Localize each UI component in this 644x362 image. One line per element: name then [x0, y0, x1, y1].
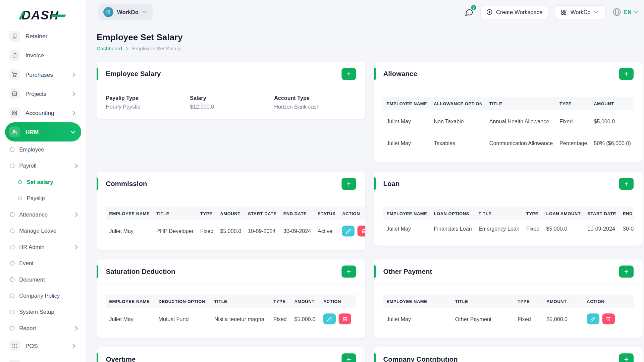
- circle-icon: [18, 180, 22, 184]
- add-commission-button[interactable]: [341, 178, 356, 190]
- cell-option: Taxables: [430, 132, 486, 154]
- column-header: Type: [514, 295, 543, 308]
- sidebar-item-pos[interactable]: POS: [5, 336, 81, 355]
- language-selector[interactable]: EN: [612, 7, 640, 16]
- cell-amount: $5,000.0: [591, 110, 634, 132]
- delete-button[interactable]: [602, 313, 614, 324]
- add-overtime-button[interactable]: [341, 353, 356, 362]
- column-header: Type: [197, 207, 217, 220]
- cell-employee: Juliet May: [106, 308, 155, 330]
- circle-icon: [10, 261, 15, 266]
- sidebar-item-label: Attendance: [19, 212, 48, 218]
- sidebar-item-manage-leave[interactable]: Manage Leave: [5, 223, 81, 239]
- card-title: Commission: [106, 180, 147, 188]
- sidebar-item-system-setup[interactable]: System Setup: [5, 304, 81, 320]
- sidebar-item-attendance[interactable]: Attendance: [5, 206, 81, 223]
- sidebar-item-accounting[interactable]: Accounting: [5, 103, 81, 122]
- chevron-down-icon: [142, 11, 146, 13]
- add-salary-button[interactable]: [341, 68, 356, 80]
- company-contribution-card: Company Contribution: [374, 347, 643, 362]
- sidebar-item-payslip[interactable]: Payslip: [5, 190, 81, 206]
- column-header: End Date: [620, 207, 634, 220]
- sidebar-item-label: HR Admin: [19, 244, 44, 250]
- column-header: Employee Name: [383, 97, 431, 110]
- sidebar-item-hr-admin[interactable]: HR Admin: [5, 239, 81, 255]
- cell-employee: Juliet May: [383, 220, 431, 237]
- edit-button[interactable]: [587, 313, 599, 324]
- circle-icon: [10, 277, 15, 282]
- field-value: Hourly Payslip: [106, 104, 190, 110]
- delete-button[interactable]: [339, 313, 351, 324]
- globe-icon: [612, 7, 622, 16]
- employee-salary-card: Employee Salary Payslip Type Hourly Pays…: [97, 62, 365, 119]
- sidebar-item-payroll[interactable]: Payroll: [5, 158, 81, 174]
- card-title: Other Payment: [383, 267, 432, 276]
- field-value: $12,000.0: [190, 104, 274, 110]
- chevron-right-icon: [72, 111, 75, 115]
- column-header: Allowance Option: [430, 97, 486, 110]
- edit-button[interactable]: [323, 313, 336, 324]
- sidebar-item-label: Manage Leave: [19, 228, 56, 234]
- table-row: Juliet May Financials Loan Emergency Loa…: [383, 220, 634, 237]
- column-header: Type: [556, 97, 590, 110]
- dots-grid-icon: [9, 341, 20, 351]
- add-other-payment-button[interactable]: [619, 265, 633, 278]
- logo-accent-dash: [50, 14, 66, 17]
- topbar: WorkDo 0 Create Workspace Wor: [87, 0, 644, 24]
- sidebar-item-report[interactable]: Report: [5, 320, 81, 336]
- breadcrumb-dashboard-link[interactable]: Dashboard: [97, 46, 122, 52]
- sidebar-item-projects[interactable]: Projects: [5, 84, 81, 103]
- column-header: Deduction Option: [155, 295, 211, 308]
- column-header: Employee Name: [106, 207, 153, 220]
- monitor-icon: [9, 360, 20, 362]
- sidebar-item-retainer[interactable]: Retainer: [5, 26, 81, 46]
- main-area: WorkDo 0 Create Workspace Wor: [87, 0, 644, 362]
- sidebar-item-label: Company Policy: [19, 293, 60, 299]
- chevron-down-icon: [71, 130, 75, 133]
- workspace-menu-button[interactable]: WorkDo: [555, 5, 606, 19]
- sidebar-item-label: Invoice: [25, 52, 44, 59]
- cell-title: Emergency Loan: [475, 220, 523, 237]
- add-deduction-button[interactable]: [341, 265, 356, 278]
- chevron-right-icon: [72, 344, 75, 348]
- edit-button[interactable]: [342, 226, 355, 236]
- plus-circle-icon: [486, 9, 493, 15]
- sidebar-item-event[interactable]: Event: [5, 255, 81, 271]
- column-header: Employee Name: [383, 295, 452, 308]
- circle-icon: [10, 245, 15, 249]
- other-payment-table: Employee Name Title Type Amount Action J…: [383, 295, 634, 329]
- sidebar-item-hrm[interactable]: HRM: [5, 122, 81, 141]
- check-square-icon: [9, 88, 20, 99]
- app-screen: DASH Retainer Invoice Purchases: [0, 0, 644, 362]
- column-header: Action: [339, 207, 365, 220]
- brand-logo[interactable]: DASH: [0, 6, 86, 25]
- sidebar-item-company-policy[interactable]: Company Policy: [5, 288, 81, 304]
- chevron-right-icon: [126, 47, 128, 51]
- sidebar-item-set-salary[interactable]: Set salary: [5, 174, 81, 190]
- sidebar-item-purchases[interactable]: Purchases: [5, 65, 81, 84]
- chevron-right-icon: [75, 164, 78, 168]
- sidebar-item-document[interactable]: Document: [5, 272, 81, 288]
- users-icon: [9, 127, 20, 137]
- cell-option: Mutual Fund: [155, 308, 211, 330]
- field-salary: Salary $12,000.0: [190, 95, 274, 110]
- chevron-right-icon: [72, 92, 75, 96]
- pencil-icon: [327, 316, 332, 321]
- delete-button[interactable]: [358, 226, 365, 236]
- column-header: Employee Name: [106, 295, 155, 308]
- create-workspace-button[interactable]: Create Workspace: [480, 5, 548, 19]
- sidebar-item-invoice[interactable]: Invoice: [5, 46, 81, 65]
- column-header: Type: [270, 295, 291, 308]
- add-loan-button[interactable]: [619, 178, 633, 190]
- cell-type: Fixed: [556, 110, 590, 132]
- messages-button[interactable]: 0: [465, 7, 474, 16]
- circle-icon: [10, 212, 15, 217]
- sidebar-item-label: Document: [19, 277, 45, 283]
- sidebar-item-employee[interactable]: Employee: [5, 141, 81, 158]
- add-company-contribution-button[interactable]: [619, 353, 633, 362]
- add-allowance-button[interactable]: [619, 68, 633, 80]
- trash-icon: [361, 228, 365, 234]
- sidebar-item-crm[interactable]: CRM: [5, 356, 81, 362]
- workspace-switcher[interactable]: WorkDo: [98, 4, 153, 20]
- table-row: Juliet May Taxables Communication Allowa…: [383, 132, 634, 154]
